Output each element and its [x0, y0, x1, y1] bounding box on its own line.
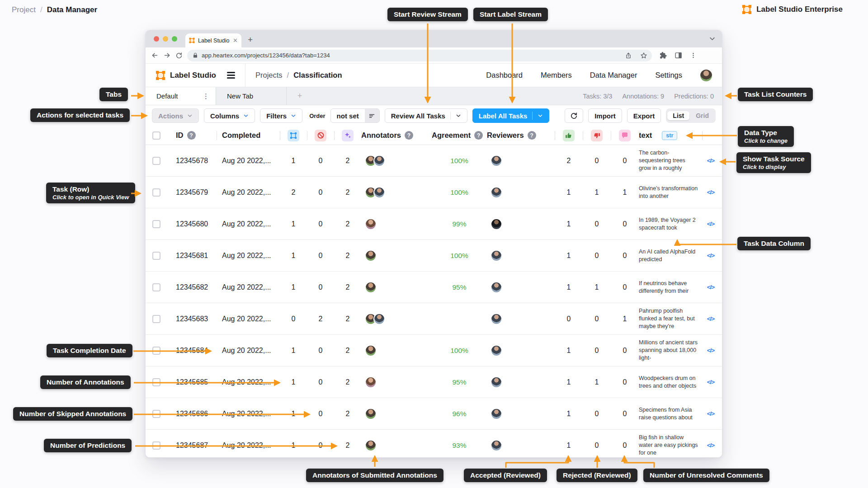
- task-source-icon[interactable]: </>: [702, 430, 719, 458]
- user-avatar[interactable]: [700, 70, 712, 81]
- app-logo-text[interactable]: Label Studio: [170, 71, 216, 80]
- filters-button[interactable]: Filters: [260, 108, 302, 123]
- task-row[interactable]: 12345680Aug 20 2022,...10299%100In 1989,…: [146, 208, 722, 240]
- avatar[interactable]: [365, 440, 377, 451]
- column-agreement[interactable]: Agreement: [432, 131, 471, 140]
- app-logo-icon[interactable]: [156, 70, 165, 80]
- column-completed[interactable]: Completed: [222, 131, 260, 140]
- task-row[interactable]: 12345679Aug 20 2022,...202100%111Olivine…: [146, 177, 722, 208]
- avatar[interactable]: [491, 250, 502, 262]
- share-icon[interactable]: [625, 52, 632, 59]
- task-source-icon[interactable]: </>: [702, 303, 719, 334]
- avatar[interactable]: [491, 313, 502, 325]
- help-icon[interactable]: ?: [405, 131, 413, 140]
- avatar[interactable]: [365, 345, 377, 357]
- task-row[interactable]: 12345678Aug 20 2022,...102100%200The car…: [146, 145, 722, 177]
- tab-default[interactable]: Default ⋮: [146, 87, 216, 105]
- column-id[interactable]: ID: [176, 131, 184, 140]
- minimize-window-button[interactable]: [163, 36, 168, 42]
- avatar[interactable]: [491, 345, 502, 357]
- browser-menu-kebab-icon[interactable]: [690, 52, 697, 59]
- nav-dashboard[interactable]: Dashboard: [486, 71, 523, 80]
- avatar[interactable]: [365, 282, 377, 293]
- label-all-tasks-button[interactable]: Label All Tasks: [472, 108, 550, 123]
- hamburger-menu-icon[interactable]: [227, 72, 235, 78]
- row-checkbox[interactable]: [152, 283, 160, 291]
- task-row[interactable]: 12345682Aug 20 2022,...10295%110If neutr…: [146, 272, 722, 303]
- rejected-column-icon[interactable]: [591, 130, 603, 141]
- task-row[interactable]: 12345684Aug 20 2022,...102100%100Million…: [146, 335, 722, 366]
- avatar[interactable]: [491, 440, 502, 451]
- row-checkbox[interactable]: [152, 220, 160, 228]
- export-button[interactable]: Export: [627, 108, 661, 123]
- close-window-button[interactable]: [154, 36, 159, 42]
- avatar[interactable]: [491, 408, 502, 420]
- extensions-puzzle-icon[interactable]: [659, 52, 667, 59]
- task-source-icon[interactable]: </>: [702, 177, 719, 208]
- grid-view-button[interactable]: Grid: [690, 111, 714, 120]
- skipped-annotations-column-icon[interactable]: [315, 130, 326, 141]
- tab-strip-chevron-icon[interactable]: [709, 35, 716, 42]
- column-text[interactable]: text: [639, 131, 652, 140]
- column-annotators[interactable]: Annotators: [361, 131, 401, 140]
- maximize-window-button[interactable]: [172, 36, 177, 42]
- window-controls[interactable]: [154, 36, 177, 42]
- help-icon[interactable]: ?: [474, 131, 483, 140]
- back-icon[interactable]: [151, 52, 159, 59]
- review-all-tasks-button[interactable]: Review All Tasks: [385, 108, 467, 123]
- forward-icon[interactable]: [163, 52, 171, 59]
- task-source-icon[interactable]: </>: [702, 208, 719, 239]
- avatar[interactable]: [491, 187, 502, 198]
- browser-tab[interactable]: Label Studio ✕: [185, 33, 241, 47]
- select-all-checkbox[interactable]: [152, 131, 160, 140]
- avatar[interactable]: [491, 376, 502, 388]
- projects-link[interactable]: Projects: [255, 71, 283, 80]
- add-view-tab-button[interactable]: +: [287, 87, 313, 105]
- tab-options-kebab-icon[interactable]: ⋮: [203, 92, 209, 100]
- avatar[interactable]: [365, 218, 377, 230]
- avatar[interactable]: [365, 250, 377, 262]
- annotation-results-column-icon[interactable]: [288, 130, 299, 141]
- tab-new-tab[interactable]: New Tab: [216, 87, 287, 105]
- address-bar[interactable]: app.heartex.com/projects/123456/data?tab…: [187, 50, 652, 61]
- reload-icon[interactable]: [175, 52, 183, 59]
- help-icon[interactable]: ?: [528, 131, 536, 140]
- avatar[interactable]: [491, 282, 502, 293]
- row-checkbox[interactable]: [152, 441, 160, 450]
- tab-close-icon[interactable]: ✕: [233, 37, 238, 44]
- import-button[interactable]: Import: [588, 108, 622, 123]
- order-button[interactable]: not set: [330, 108, 380, 123]
- avatar[interactable]: [365, 376, 377, 388]
- avatar[interactable]: [373, 155, 385, 167]
- task-source-icon[interactable]: </>: [702, 145, 719, 176]
- sort-icon[interactable]: [365, 109, 379, 122]
- column-reviewers[interactable]: Reviewers: [487, 131, 524, 140]
- task-row[interactable]: 12345687Aug 20 2022,...10293%100Big fish…: [146, 430, 722, 458]
- nav-members[interactable]: Members: [541, 71, 572, 80]
- avatar[interactable]: [491, 218, 502, 230]
- task-source-icon[interactable]: </>: [702, 366, 719, 398]
- task-source-icon[interactable]: </>: [702, 335, 719, 366]
- accepted-column-icon[interactable]: [563, 130, 575, 141]
- comments-column-icon[interactable]: [619, 130, 631, 141]
- avatar[interactable]: [491, 155, 502, 167]
- task-row[interactable]: 12345685Aug 20 2022,...10295%110Woodpeck…: [146, 366, 722, 398]
- new-browser-tab-button[interactable]: +: [248, 35, 253, 45]
- nav-data-manager[interactable]: Data Manager: [590, 71, 637, 80]
- list-view-button[interactable]: List: [667, 111, 689, 120]
- task-source-icon[interactable]: </>: [702, 240, 719, 271]
- side-panel-icon[interactable]: [675, 52, 682, 59]
- data-type-badge[interactable]: str: [662, 131, 677, 140]
- task-row[interactable]: 12345686Aug 20 2022,...10296%100Specimen…: [146, 398, 722, 430]
- refresh-button[interactable]: [565, 108, 583, 123]
- help-icon[interactable]: ?: [187, 131, 196, 140]
- row-checkbox[interactable]: [152, 410, 160, 418]
- task-source-icon[interactable]: </>: [702, 398, 719, 429]
- task-source-icon[interactable]: </>: [702, 272, 719, 303]
- bookmark-star-icon[interactable]: [640, 52, 647, 59]
- breadcrumb-project[interactable]: Project: [12, 5, 36, 14]
- task-row[interactable]: 12345683Aug 20 2022,...022001Pahrump poo…: [146, 303, 722, 335]
- row-checkbox[interactable]: [152, 315, 160, 323]
- avatar[interactable]: [373, 313, 385, 325]
- task-row[interactable]: 12345681Aug 20 2022,...102100%100An AI c…: [146, 240, 722, 272]
